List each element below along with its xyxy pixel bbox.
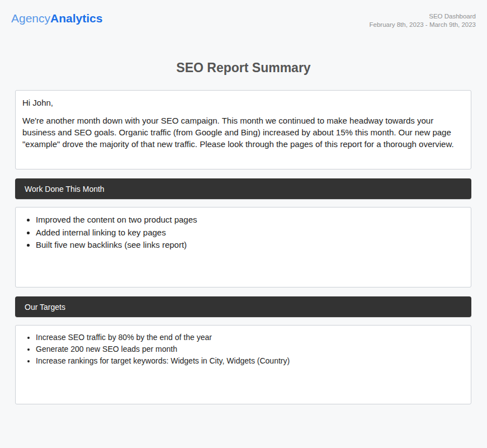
- list-item: Built five new backlinks (see links repo…: [36, 239, 464, 252]
- intro-paragraph: We're another month down with your SEO c…: [22, 115, 464, 150]
- section-header-work-done: Work Done This Month: [15, 178, 471, 199]
- work-done-list: Improved the content on two product page…: [22, 214, 464, 252]
- targets-box: Increase SEO traffic by 80% by the end o…: [15, 325, 471, 404]
- logo-text-agency: Agency: [11, 12, 50, 25]
- report-meta: SEO Dashboard February 8th, 2023 - March…: [370, 12, 476, 29]
- logo-text-analytics: Analytics: [50, 12, 102, 25]
- agency-analytics-logo: AgencyAnalytics: [11, 12, 102, 25]
- section-title: Work Done This Month: [25, 185, 105, 194]
- greeting-text: Hi John,: [22, 97, 464, 109]
- targets-list: Increase SEO traffic by 80% by the end o…: [22, 332, 464, 367]
- date-range: February 8th, 2023 - March 9th, 2023: [370, 21, 476, 29]
- list-item: Added internal linking to key pages: [36, 227, 464, 239]
- work-done-box: Improved the content on two product page…: [15, 207, 471, 287]
- list-item: Increase SEO traffic by 80% by the end o…: [36, 332, 464, 343]
- list-item: Improved the content on two product page…: [36, 214, 464, 227]
- dashboard-name: SEO Dashboard: [370, 12, 476, 21]
- section-title: Our Targets: [25, 303, 65, 312]
- section-header-our-targets: Our Targets: [15, 296, 471, 317]
- list-item: Increase rankings for target keywords: W…: [36, 355, 464, 367]
- report-header: AgencyAnalytics SEO Dashboard February 8…: [0, 0, 487, 29]
- page-title: SEO Report Summary: [0, 60, 487, 76]
- seo-report-page: AgencyAnalytics SEO Dashboard February 8…: [0, 0, 487, 448]
- report-body: Hi John, We're another month down with y…: [0, 90, 487, 404]
- list-item: Generate 200 new SEO leads per month: [36, 343, 464, 355]
- intro-box: Hi John, We're another month down with y…: [15, 90, 471, 169]
